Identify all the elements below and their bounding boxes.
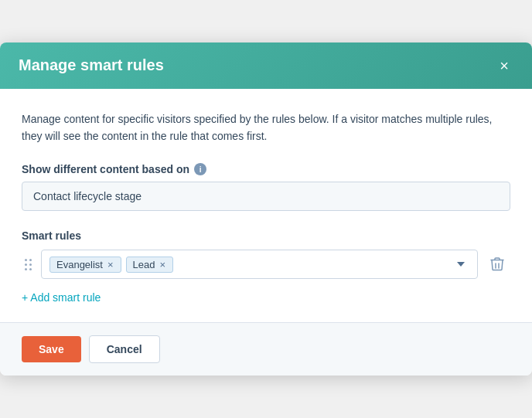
modal-title: Manage smart rules <box>19 56 164 74</box>
manage-smart-rules-modal: Manage smart rules × Manage content for … <box>0 42 532 376</box>
smart-rule-row: Evangelist × Lead × <box>22 250 510 279</box>
chevron-down-icon <box>457 262 465 267</box>
save-button[interactable]: Save <box>22 336 81 362</box>
smart-rules-label: Smart rules <box>22 229 510 242</box>
tag-lead-remove[interactable]: × <box>159 260 167 270</box>
dropdown-arrow-button[interactable] <box>452 262 469 267</box>
tag-lead: Lead × <box>126 257 174 273</box>
info-icon[interactable]: i <box>194 163 206 175</box>
modal-footer: Save Cancel <box>0 322 532 376</box>
tags-dropdown[interactable]: Evangelist × Lead × <box>41 250 478 279</box>
tag-evangelist: Evangelist × <box>49 257 121 273</box>
tag-evangelist-remove[interactable]: × <box>107 260 114 270</box>
lifecycle-stage-display: Contact lifecycle stage <box>22 182 510 211</box>
cancel-button[interactable]: Cancel <box>89 335 160 363</box>
tag-label: Evangelist <box>56 259 103 270</box>
drag-handle[interactable] <box>22 256 35 274</box>
delete-rule-button[interactable] <box>484 252 510 277</box>
trash-icon <box>490 257 504 272</box>
close-button[interactable]: × <box>495 56 513 75</box>
tags-area: Evangelist × Lead × <box>49 257 452 273</box>
tag-label: Lead <box>133 259 155 270</box>
content-based-on-label: Show different content based on i <box>22 163 510 175</box>
modal-header: Manage smart rules × <box>0 42 532 89</box>
description-text: Manage content for specific visitors spe… <box>22 110 510 145</box>
modal-body: Manage content for specific visitors spe… <box>0 89 532 323</box>
add-smart-rule-button[interactable]: + Add smart rule <box>22 288 101 307</box>
